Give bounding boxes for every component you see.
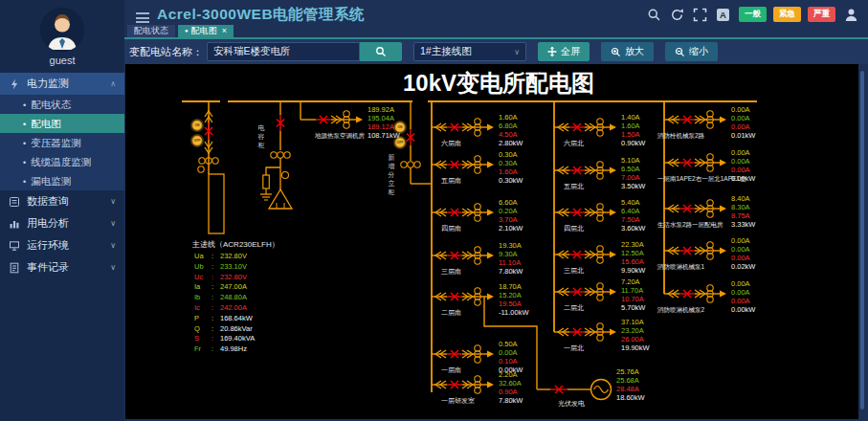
user-icon[interactable] — [844, 8, 858, 22]
svg-text:32.60A: 32.60A — [499, 379, 522, 388]
svg-text:一层南: 一层南 — [441, 366, 461, 373]
svg-text:OFF: OFF — [397, 141, 404, 144]
svg-text:15.20A: 15.20A — [499, 291, 522, 299]
svg-text:消防喷淋机械泵2: 消防喷淋机械泵2 — [657, 306, 705, 314]
feeder-south-2: 四层南6.60A0.20A3.70A2.10kW — [432, 198, 523, 233]
event-log-icon — [9, 262, 20, 274]
sidebar-item-label: 配电状态 — [31, 99, 71, 110]
feeder-south-1: 五层南0.30A0.30A1.60A0.30kW — [432, 150, 523, 185]
svg-text:三层南: 三层南 — [441, 268, 461, 275]
svg-text:0.30A: 0.30A — [499, 159, 518, 167]
sidebar-item-cable-temperature-monitoring[interactable]: •线缆温度监测 — [0, 152, 124, 171]
svg-text:2.80kW: 2.80kW — [499, 139, 523, 147]
sidebar-group-event-record[interactable]: 事件记录∨ — [0, 256, 124, 278]
tab-close-icon[interactable]: × — [222, 25, 227, 37]
feeder-south-3: 三层南19.30A9.30A11.10A7.80kW — [432, 241, 523, 276]
svg-text:0.00kW: 0.00kW — [731, 174, 756, 183]
scrollbar[interactable] — [860, 71, 864, 410]
svg-text:3.50kW: 3.50kW — [621, 182, 646, 190]
svg-text:3.70A: 3.70A — [499, 215, 518, 224]
svg-text:6.60A: 6.60A — [499, 198, 518, 207]
svg-text:五层南: 五层南 — [441, 177, 461, 184]
font-size-icon[interactable]: A — [716, 8, 730, 22]
chevron-up-icon: ∧ — [110, 79, 116, 88]
svg-text:2.20A: 2.20A — [499, 370, 518, 379]
sidebar-group-data-query[interactable]: 数据查询∨ — [0, 190, 124, 212]
zoom-in-button[interactable]: 放大 — [601, 42, 654, 61]
diagram-select-value: 1#主接线图 — [420, 45, 514, 58]
alarm-badges: 一般紧急严重 — [739, 7, 835, 22]
station-name-input[interactable] — [207, 42, 360, 61]
bullet-icon: • — [23, 158, 26, 167]
sidebar-item-transformer-monitoring[interactable]: •变压器监测 — [0, 133, 124, 152]
svg-text:5.70kW: 5.70kW — [621, 303, 646, 312]
tab-bar: 配电状态●配电图× — [127, 25, 234, 37]
sidebar-item-distribution-status[interactable]: •配电状态 — [0, 95, 124, 114]
search-icon — [375, 46, 387, 57]
sidebar-item-leakage-monitoring[interactable]: •漏电监测 — [0, 171, 124, 190]
chevron-down-icon: ∨ — [110, 263, 116, 272]
feeder-right-4: 消防喷淋机械泵20.00A0.00A0.00A0.00kW — [657, 279, 756, 314]
svg-text:0.50A: 0.50A — [499, 340, 518, 348]
svg-text:Fr: Fr — [194, 344, 202, 353]
svg-text:7.50A: 7.50A — [621, 215, 640, 224]
feeder-north-2: 四层北5.40A6.40A7.50A3.60kW — [554, 198, 646, 233]
sidebar-group-operating-environment[interactable]: 运行环境∨ — [0, 234, 124, 256]
svg-text:三层北: 三层北 — [564, 267, 584, 275]
tab-label: 配电图 — [191, 25, 217, 37]
zoom-out-button[interactable]: 缩小 — [665, 42, 718, 61]
data-query-icon — [9, 196, 20, 208]
svg-text:1.60A: 1.60A — [499, 167, 518, 176]
svg-text:247.00A: 247.00A — [220, 282, 247, 291]
tab-distribution-diagram[interactable]: ●配电图× — [178, 25, 234, 37]
svg-text:169.40kVA: 169.40kVA — [220, 334, 255, 343]
svg-text:19.50A: 19.50A — [499, 299, 522, 308]
sidebar-group-power-monitoring[interactable]: 电力监测∧ — [0, 73, 124, 95]
alarm-badge-severe[interactable]: 严重 — [808, 7, 835, 22]
sidebar-submenu: •配电状态•配电图•变压器监测•线缆温度监测•漏电监测 — [0, 95, 124, 190]
fullscreen-icon[interactable] — [693, 8, 707, 22]
diagram-select[interactable]: 1#主接线图 ∨ — [413, 42, 526, 61]
svg-text:0.90A: 0.90A — [499, 388, 518, 396]
svg-text:0.00A: 0.00A — [731, 236, 750, 245]
avatar-image — [40, 8, 84, 52]
svg-text:0.00A: 0.00A — [731, 288, 750, 297]
svg-text:168.64kW: 168.64kW — [220, 314, 254, 322]
svg-text:0.00A: 0.00A — [731, 122, 750, 131]
svg-text:6.40A: 6.40A — [621, 207, 640, 215]
sidebar-item-distribution-diagram[interactable]: •配电图 — [0, 114, 124, 133]
svg-text:1.40A: 1.40A — [621, 113, 640, 122]
svg-text:18.70A: 18.70A — [499, 282, 522, 291]
svg-text:电: 电 — [258, 124, 265, 131]
single-line-diagram[interactable]: 10kV变电所配电图ONOFF主进线（ACR230ELFH）Ua:232.80V… — [125, 64, 858, 419]
feeder-right-1: 一层南1APE2右一层北1APE1左0.00A0.00A0.00A0.00kW — [657, 148, 756, 183]
svg-text::: : — [211, 344, 213, 353]
svg-text:地源热泵空调机房: 地源热泵空调机房 — [315, 132, 366, 140]
sidebar-group-label: 数据查询 — [27, 194, 110, 209]
svg-text:37.10A: 37.10A — [621, 318, 644, 326]
sidebar-item-label: 配电图 — [31, 118, 61, 129]
alarm-badge-general[interactable]: 一般 — [739, 7, 767, 22]
menu-toggle-icon[interactable] — [136, 12, 149, 23]
svg-text::: : — [211, 303, 213, 312]
svg-text:8.30A: 8.30A — [731, 203, 750, 211]
station-search-button[interactable] — [360, 42, 402, 61]
feeder-south-4: 二层南18.70A15.20A19.50A-11.00kW — [432, 282, 529, 317]
svg-text:0.00A: 0.00A — [731, 148, 750, 157]
feeder-south-0: 六层南1.60A6.80A4.50A2.80kW — [432, 113, 523, 147]
app-title: Acrel-3000WEB电能管理系统 — [157, 5, 365, 25]
fullscreen-button[interactable]: 全屏 — [538, 42, 590, 61]
svg-text:0.02kW: 0.02kW — [731, 262, 756, 271]
tab-distribution-status[interactable]: 配电状态 — [127, 25, 175, 37]
svg-text:20.86kVar: 20.86kVar — [220, 324, 253, 333]
search-icon[interactable] — [647, 8, 661, 22]
svg-text::: : — [211, 324, 213, 333]
refresh-icon[interactable] — [670, 8, 684, 22]
sidebar-item-label: 漏电监测 — [31, 175, 71, 187]
svg-text:10.70A: 10.70A — [621, 295, 644, 303]
svg-text:0.30A: 0.30A — [499, 150, 518, 159]
diagram-canvas[interactable]: 10kV变电所配电图ONOFF主进线（ACR230ELFH）Ua:232.80V… — [125, 64, 858, 419]
sidebar-group-electricity-analysis[interactable]: 用电分析∨ — [0, 212, 124, 234]
bullet-icon: • — [23, 100, 26, 110]
alarm-badge-urgent[interactable]: 紧急 — [773, 7, 801, 22]
